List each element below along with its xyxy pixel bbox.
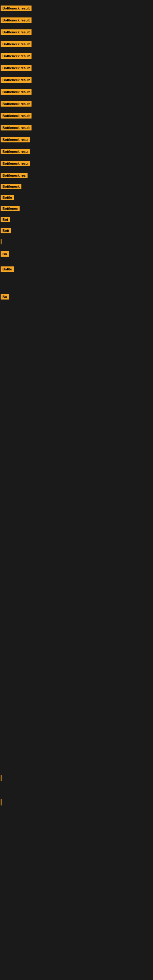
bottleneck-badge-row: Bo	[1, 294, 9, 301]
bottleneck-badge-row: Bottleneck result	[1, 18, 32, 24]
bottleneck-badge-row: Bottleneck result	[1, 89, 32, 96]
bottleneck-badge: Bottleneck result	[1, 125, 32, 130]
bottleneck-badge: Bo	[1, 294, 9, 299]
bottleneck-badge-row: Bottleneck resu	[1, 137, 30, 144]
bottleneck-badge: Bottleneck result	[1, 65, 32, 71]
bottleneck-badge: Bottle	[1, 266, 14, 272]
bottleneck-badge-row: Bottleneck resu	[1, 161, 30, 167]
bottleneck-badge-row: Bottleneck resu	[1, 149, 30, 156]
bottleneck-badge: Bottleneck	[1, 184, 21, 189]
bottleneck-badge: Bot	[1, 217, 10, 222]
bottleneck-badge: Bottleneck result	[1, 18, 32, 23]
bottleneck-badge-row: Bo	[1, 251, 9, 258]
bottleneck-badge-row: Bottleneck result	[1, 65, 32, 72]
bottleneck-badge-row: Bottleneck result	[1, 53, 32, 60]
bottleneck-badge: Bottleneck resu	[1, 137, 30, 142]
bottleneck-badge-row: Bott	[1, 228, 11, 235]
bottleneck-badge-row: Bottle	[1, 266, 14, 273]
bottleneck-badge-row: Bottle	[1, 195, 14, 202]
bottleneck-badge-row: Bottlenec	[1, 206, 19, 213]
bottleneck-badge: Bottleneck result	[1, 5, 32, 11]
bottleneck-badge-row: Bottleneck result	[1, 101, 32, 108]
bottleneck-badge: Bott	[1, 228, 11, 233]
bottleneck-badge-row: Bottleneck result	[1, 29, 32, 36]
bottleneck-badge: Bottle	[1, 195, 14, 200]
bottleneck-badge: Bottleneck result	[1, 29, 32, 35]
bottleneck-badge: Bottleneck res	[1, 173, 27, 178]
bottleneck-badge: Bottleneck result	[1, 77, 32, 83]
bottleneck-badge-row: Bot	[1, 217, 10, 224]
bottleneck-badge: Bottlenec	[1, 206, 19, 211]
bottleneck-badge-row: Bottleneck result	[1, 113, 32, 120]
vertical-line	[1, 239, 2, 244]
bottleneck-badge-row: Bottleneck result	[1, 77, 32, 84]
bottleneck-badge: Bottleneck resu	[1, 149, 30, 154]
bottleneck-badge: Bottleneck result	[1, 113, 32, 119]
bottleneck-badge-row: Bottleneck	[1, 184, 21, 191]
bottleneck-badge: Bottleneck result	[1, 53, 32, 59]
bottleneck-badge: Bottleneck result	[1, 41, 32, 47]
bottleneck-badge-row: Bottleneck result	[1, 125, 32, 132]
bottleneck-badge: Bottleneck result	[1, 89, 32, 95]
vertical-line	[1, 775, 2, 781]
vertical-line	[1, 799, 2, 805]
bottleneck-badge-row: Bottleneck result	[1, 41, 32, 48]
bottleneck-badge: Bo	[1, 251, 9, 257]
site-title	[0, 0, 153, 3]
bottleneck-badge: Bottleneck resu	[1, 161, 30, 166]
bottleneck-badge: Bottleneck result	[1, 101, 32, 107]
bottleneck-badge-row: Bottleneck res	[1, 173, 27, 180]
bottleneck-badge-row: Bottleneck result	[1, 5, 32, 12]
